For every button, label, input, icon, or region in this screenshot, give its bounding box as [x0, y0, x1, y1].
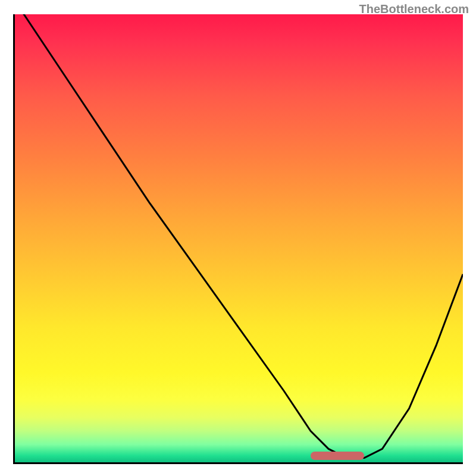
- chart-axes-frame: [13, 14, 463, 464]
- attribution-text: TheBottleneck.com: [359, 2, 469, 16]
